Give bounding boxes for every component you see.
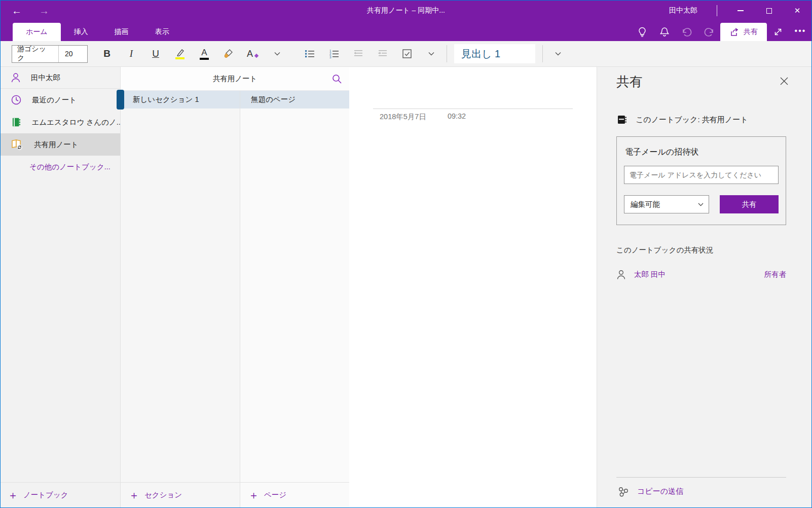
- sidebar-item-label: エムエスタロウ さんのノ...: [31, 118, 120, 127]
- undo-button[interactable]: [676, 23, 698, 41]
- sections-pages-panel: 共有用ノート 新しいセクション 1 ＋ セクション: [121, 67, 349, 507]
- tab-insert-label: 挿入: [74, 27, 88, 37]
- underline-button[interactable]: U: [143, 44, 168, 63]
- notebook-green-icon: [11, 117, 21, 128]
- account-name[interactable]: 田中太郎: [669, 6, 697, 15]
- owner-row[interactable]: 太郎 田中 所有者: [616, 269, 786, 280]
- undo-icon: [681, 27, 692, 37]
- todo-tag-button[interactable]: [395, 44, 419, 63]
- plus-icon: ＋: [8, 490, 18, 500]
- search-icon: [331, 74, 342, 84]
- section-list-empty-area[interactable]: [121, 108, 240, 482]
- sidebar-item-more-notebooks[interactable]: その他のノートブック...: [1, 156, 120, 178]
- new-notebook-button[interactable]: ＋ ノートブック: [1, 482, 120, 507]
- app-window: ← → 共有用ノート – 同期中... 田中太郎 ✕ ホーム 挿入 描画 表示: [0, 0, 812, 508]
- tab-view-label: 表示: [155, 27, 169, 37]
- notebook-header: 共有用ノート: [121, 67, 349, 91]
- plus-icon: ＋: [129, 490, 139, 500]
- share-tab-label: 共有: [744, 27, 758, 37]
- format-painter-icon: [223, 48, 234, 59]
- send-copy-icon: [617, 486, 629, 497]
- send-copy-button[interactable]: コピーの送信: [616, 478, 786, 507]
- page-canvas[interactable]: 2018年5月7日 09:32: [349, 67, 597, 507]
- page-time[interactable]: 09:32: [448, 112, 466, 122]
- new-section-label: セクション: [144, 490, 182, 500]
- tab-draw-label: 描画: [115, 27, 129, 37]
- close-icon: [779, 76, 789, 86]
- new-page-button[interactable]: ＋ ページ: [240, 482, 349, 507]
- bullet-list-button[interactable]: [298, 44, 322, 63]
- highlighter-icon: [175, 48, 185, 59]
- search-button[interactable]: [331, 74, 342, 86]
- style-name: 見出し 1: [461, 47, 500, 61]
- share-pane-close-button[interactable]: [779, 76, 789, 88]
- format-painter-button[interactable]: [216, 44, 241, 63]
- indent-button[interactable]: [371, 44, 395, 63]
- page-date[interactable]: 2018年5月7日: [380, 112, 426, 122]
- chevron-down-icon: [698, 203, 704, 206]
- tab-view[interactable]: 表示: [142, 23, 182, 41]
- sidebar-item-account[interactable]: 田中太郎: [1, 67, 120, 89]
- share-notebook-row: このノートブック: 共有用ノート: [616, 114, 786, 125]
- sidebar-item-notebook-shared[interactable]: 共有用ノート: [1, 133, 120, 156]
- tips-button[interactable]: [631, 23, 653, 41]
- chevron-down-icon: [428, 52, 434, 56]
- minimize-icon: [737, 10, 744, 11]
- indent-icon: [377, 49, 389, 58]
- section-item-selected[interactable]: 新しいセクション 1: [121, 91, 240, 108]
- toolbar-divider: [542, 45, 543, 62]
- font-size-select[interactable]: 20: [59, 46, 87, 62]
- new-section-button[interactable]: ＋ セクション: [121, 482, 240, 507]
- notebook-title: 共有用ノート: [213, 74, 257, 84]
- sidebar-item-recent-notes[interactable]: 最近のノート: [1, 89, 120, 111]
- style-gallery[interactable]: 見出し 1: [454, 44, 535, 63]
- more-options-button[interactable]: •••: [789, 23, 811, 41]
- font-color-icon: A: [200, 48, 209, 60]
- maximize-button[interactable]: [755, 1, 783, 21]
- notebooks-sidebar: 田中太郎 最近のノート エムエスタロウ さんのノ... 共有用ノート その他のノ…: [1, 67, 121, 507]
- bullet-list-icon: [304, 49, 315, 59]
- font-options-expand-button[interactable]: [265, 44, 289, 63]
- font-combo: 游ゴシック 20: [12, 45, 88, 63]
- tab-draw[interactable]: 描画: [101, 23, 142, 41]
- numbered-list-button[interactable]: 123: [322, 44, 346, 63]
- owner-name[interactable]: 太郎 田中: [634, 270, 666, 279]
- font-name-select[interactable]: 游ゴシック: [12, 46, 59, 62]
- section-list: 新しいセクション 1 ＋ セクション: [121, 91, 240, 507]
- sidebar-item-notebook-ms-taro[interactable]: エムエスタロウ さんのノ...: [1, 111, 120, 133]
- new-notebook-label: ノートブック: [23, 490, 68, 500]
- paragraph-options-expand-button[interactable]: [419, 44, 444, 63]
- bold-button[interactable]: B: [95, 44, 119, 63]
- tab-share[interactable]: 共有: [720, 23, 767, 41]
- ribbon-tab-bar: ホーム 挿入 描画 表示 共有 •••: [1, 21, 811, 41]
- format-toolbar: 游ゴシック 20 B I U A A: [1, 41, 811, 67]
- bell-icon: [660, 27, 669, 37]
- close-button[interactable]: ✕: [783, 1, 811, 21]
- styles-expand-button[interactable]: [546, 44, 570, 63]
- page-list-empty-area[interactable]: [240, 108, 349, 482]
- titlebar: ← → 共有用ノート – 同期中... 田中太郎 ✕: [1, 1, 811, 21]
- permission-dropdown[interactable]: 編集可能: [624, 195, 709, 213]
- email-input[interactable]: [624, 166, 779, 184]
- outdent-button[interactable]: [346, 44, 371, 63]
- lightbulb-icon: [638, 27, 647, 37]
- redo-button[interactable]: [698, 23, 720, 41]
- tab-home[interactable]: ホーム: [13, 23, 61, 41]
- forward-icon[interactable]: →: [39, 6, 49, 16]
- tab-home-label: ホーム: [26, 27, 48, 37]
- font-color-button[interactable]: A: [192, 44, 216, 63]
- page-item-selected[interactable]: 無題のページ: [240, 91, 349, 108]
- person-icon: [11, 72, 21, 83]
- titlebar-divider: [717, 5, 717, 16]
- back-icon[interactable]: ←: [12, 6, 22, 16]
- notifications-button[interactable]: [653, 23, 676, 41]
- fullscreen-button[interactable]: [767, 23, 789, 41]
- italic-button[interactable]: I: [119, 44, 143, 63]
- minimize-button[interactable]: [726, 1, 755, 21]
- tab-insert[interactable]: 挿入: [61, 23, 101, 41]
- clear-formatting-button[interactable]: A: [241, 44, 265, 63]
- share-button[interactable]: 共有: [720, 195, 779, 213]
- share-icon: [729, 27, 740, 37]
- highlight-button[interactable]: [168, 44, 192, 63]
- email-invitation-box: 電子メールの招待状 編集可能 共有: [616, 136, 786, 225]
